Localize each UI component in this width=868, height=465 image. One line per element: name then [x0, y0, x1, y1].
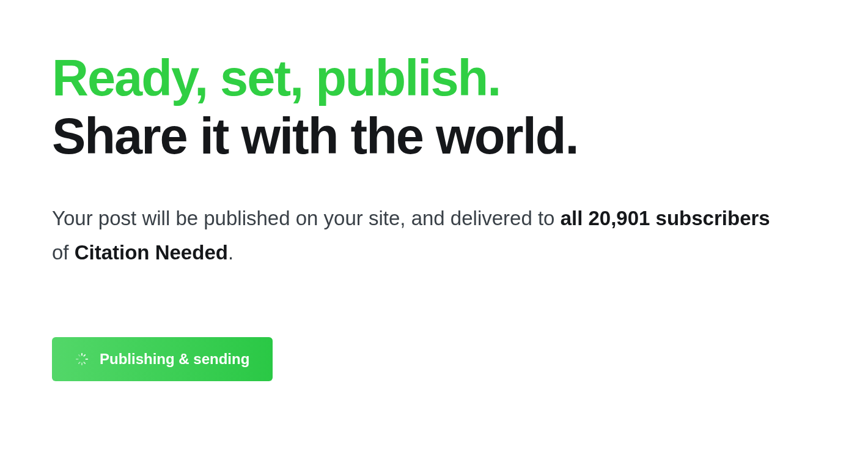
- publish-button-label: Publishing & sending: [100, 351, 249, 368]
- svg-line-5: [79, 362, 80, 363]
- heading-line-1: Ready, set, publish.: [52, 49, 816, 107]
- heading-line-2: Share it with the world.: [52, 107, 816, 165]
- svg-line-3: [84, 362, 85, 363]
- subtext-middle: of: [52, 241, 75, 264]
- svg-line-7: [79, 355, 80, 356]
- page-heading: Ready, set, publish. Share it with the w…: [52, 49, 816, 166]
- subtext-suffix: .: [228, 241, 234, 264]
- subscriber-count: all 20,901 subscribers: [561, 207, 770, 229]
- publish-send-button[interactable]: Publishing & sending: [52, 337, 273, 381]
- spinner-icon: [75, 352, 89, 366]
- svg-line-1: [84, 355, 85, 356]
- publication-name: Citation Needed: [75, 241, 228, 264]
- publish-description: Your post will be published on your site…: [52, 201, 785, 270]
- subtext-prefix: Your post will be published on your site…: [52, 207, 561, 229]
